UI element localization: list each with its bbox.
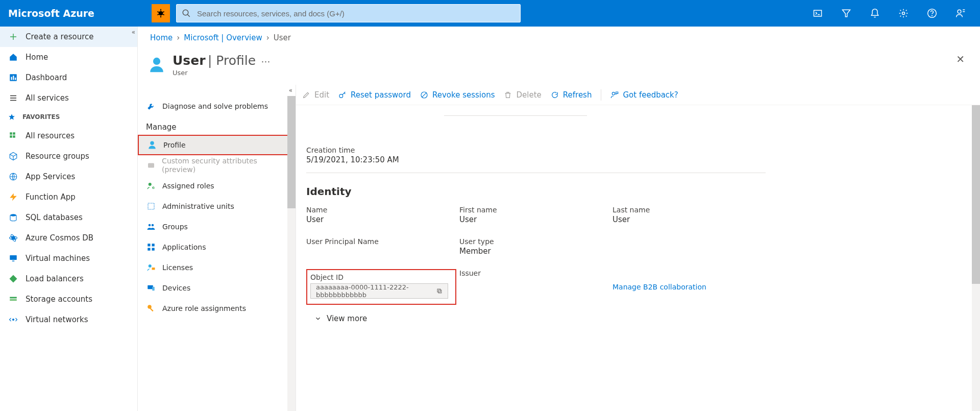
sidebar-item-home[interactable]: Home bbox=[0, 47, 137, 67]
svg-point-64 bbox=[612, 92, 615, 94]
svg-point-44 bbox=[150, 141, 154, 146]
menu-groups[interactable]: Groups bbox=[138, 216, 296, 237]
more-menu-icon[interactable]: ⋯ bbox=[258, 56, 270, 67]
svg-rect-51 bbox=[148, 244, 150, 246]
menu-applications[interactable]: Applications bbox=[138, 237, 296, 257]
right-pane: Home › Microsoft | Overview › User User … bbox=[138, 27, 980, 411]
svg-point-33 bbox=[10, 214, 16, 216]
svg-line-5 bbox=[157, 14, 159, 15]
load-balancer-icon bbox=[8, 274, 18, 284]
scrollbar-thumb[interactable] bbox=[287, 96, 296, 208]
menu-licenses[interactable]: Licenses bbox=[138, 257, 296, 278]
manage-b2b-link[interactable]: Manage B2B collaboration bbox=[612, 283, 706, 291]
cloud-shell-icon[interactable] bbox=[806, 0, 829, 27]
menu-profile[interactable]: Profile bbox=[138, 135, 296, 155]
search-icon bbox=[182, 9, 191, 18]
svg-point-13 bbox=[902, 12, 905, 15]
sidebar-fav-storage[interactable]: Storage accounts bbox=[0, 289, 137, 309]
storage-icon bbox=[8, 294, 18, 304]
search-box[interactable] bbox=[176, 4, 521, 22]
content-scrollbar-thumb[interactable] bbox=[972, 105, 980, 284]
collapse-menu-icon[interactable]: « bbox=[285, 85, 296, 96]
last-name-label: Last name bbox=[612, 206, 766, 214]
sidebar-fav-lb[interactable]: Load balancers bbox=[0, 269, 137, 289]
svg-point-43 bbox=[153, 58, 160, 65]
cmd-label: Reset password bbox=[351, 90, 411, 100]
search-input[interactable] bbox=[196, 9, 520, 18]
sidebar-fav-resource-groups[interactable]: Resource groups bbox=[0, 146, 137, 166]
sidebar-item-label: App Services bbox=[26, 172, 75, 181]
settings-icon[interactable] bbox=[892, 0, 915, 27]
object-id-highlight: Object ID aaaaaaaa-0000-1111-2222-bbbbbb… bbox=[306, 269, 456, 305]
user-icon bbox=[147, 140, 157, 150]
apps-icon bbox=[146, 242, 156, 252]
wrench-icon bbox=[146, 101, 156, 111]
create-resource[interactable]: Create a resource bbox=[0, 27, 137, 47]
svg-marker-26 bbox=[9, 114, 15, 120]
name-label: Name bbox=[306, 206, 459, 214]
menu-devices[interactable]: Devices bbox=[138, 278, 296, 298]
breadcrumb-overview[interactable]: Microsoft | Overview bbox=[184, 33, 262, 42]
top-bar: Microsoft Azure bbox=[0, 0, 980, 27]
filter-icon[interactable] bbox=[835, 0, 857, 27]
sidebar-fav-cosmos[interactable]: Azure Cosmos DB bbox=[0, 228, 137, 248]
cmd-reset-password[interactable]: Reset password bbox=[338, 90, 411, 100]
sidebar-fav-all-resources[interactable]: All resources bbox=[0, 126, 137, 146]
issuer-label: Issuer bbox=[459, 269, 612, 277]
sidebar-fav-sql[interactable]: SQL databases bbox=[0, 207, 137, 228]
sidebar-fav-function-app[interactable]: Function App bbox=[0, 187, 137, 207]
svg-point-61 bbox=[339, 94, 343, 98]
help-icon[interactable] bbox=[921, 0, 943, 27]
menu-item-label: Groups bbox=[162, 223, 188, 231]
cmd-delete: Delete bbox=[504, 90, 541, 100]
page-subtitle: | Profile bbox=[208, 53, 256, 68]
svg-rect-29 bbox=[10, 135, 12, 138]
page-header: User | Profile ⋯ User bbox=[138, 49, 980, 85]
cmd-refresh[interactable]: Refresh bbox=[551, 90, 592, 100]
breadcrumb-home[interactable]: Home bbox=[150, 33, 173, 42]
menu-azure-roles[interactable]: Azure role assignments bbox=[138, 298, 296, 319]
separator bbox=[601, 89, 601, 101]
svg-rect-58 bbox=[152, 287, 155, 291]
svg-rect-41 bbox=[10, 299, 17, 301]
menu-assigned-roles[interactable]: Assigned roles bbox=[138, 176, 296, 196]
collapse-sidebar-icon[interactable]: « bbox=[132, 29, 134, 36]
creation-time-label: Creation time bbox=[306, 146, 459, 154]
close-icon[interactable]: ✕ bbox=[956, 53, 965, 65]
sidebar-fav-vm[interactable]: Virtual machines bbox=[0, 248, 137, 269]
menu-item-label: Custom security attributes (preview) bbox=[162, 157, 287, 174]
star-icon bbox=[8, 113, 15, 120]
left-sidebar: « Create a resource Home Dashboard All s… bbox=[0, 27, 138, 411]
sidebar-item-dashboard[interactable]: Dashboard bbox=[0, 67, 137, 88]
view-more-toggle[interactable]: View more bbox=[314, 314, 970, 323]
bug-icon[interactable] bbox=[152, 4, 170, 22]
resource-menu: « Diagnose and solve problems Manage Pro… bbox=[138, 85, 296, 411]
sidebar-item-label: Home bbox=[26, 53, 48, 62]
svg-rect-28 bbox=[13, 132, 15, 135]
svg-rect-66 bbox=[437, 289, 440, 292]
copy-icon[interactable] bbox=[436, 287, 443, 295]
sidebar-fav-app-services[interactable]: App Services bbox=[0, 166, 137, 187]
sidebar-fav-vnet[interactable]: Virtual networks bbox=[0, 309, 137, 330]
svg-point-49 bbox=[149, 224, 151, 227]
sidebar-item-all-services[interactable]: All services bbox=[0, 88, 137, 108]
svg-marker-32 bbox=[10, 194, 17, 201]
chevron-down-icon bbox=[314, 315, 322, 322]
person-feedback-icon bbox=[610, 91, 619, 99]
svg-marker-11 bbox=[843, 10, 850, 16]
brand-logo[interactable]: Microsoft Azure bbox=[8, 8, 94, 19]
cmd-label: Delete bbox=[516, 90, 541, 100]
notifications-icon[interactable] bbox=[864, 0, 886, 27]
menu-custom-security: Custom security attributes (preview) bbox=[138, 155, 296, 176]
devices-icon bbox=[146, 283, 156, 293]
menu-admin-units[interactable]: Administrative units bbox=[138, 196, 296, 216]
content-area: Creation time 5/19/2021, 10:23:50 AM Ide… bbox=[296, 105, 980, 411]
home-icon bbox=[8, 52, 18, 62]
menu-diagnose[interactable]: Diagnose and solve problems bbox=[138, 96, 296, 116]
cmd-revoke[interactable]: Revoke sessions bbox=[420, 90, 495, 100]
cmd-feedback[interactable]: Got feedback? bbox=[610, 90, 678, 100]
svg-rect-45 bbox=[148, 163, 154, 168]
trash-icon bbox=[504, 91, 512, 99]
svg-marker-39 bbox=[10, 275, 17, 283]
feedback-person-icon[interactable] bbox=[949, 0, 972, 27]
